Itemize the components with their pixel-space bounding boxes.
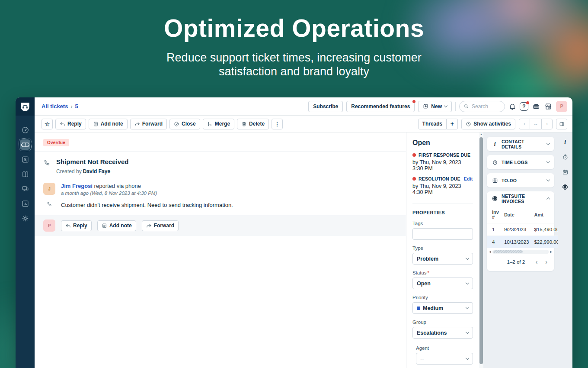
type-select[interactable]: Problem bbox=[412, 253, 473, 265]
chevron-up-icon bbox=[546, 197, 550, 201]
clock-icon bbox=[466, 121, 471, 127]
merge-icon bbox=[207, 121, 213, 127]
scroll-left-arrow[interactable]: ◄ bbox=[489, 250, 492, 253]
tags-input[interactable] bbox=[412, 228, 473, 240]
invoices-horizontal-scrollbar[interactable]: ◄ ► bbox=[489, 249, 553, 254]
properties-scrollbar[interactable]: ▲ bbox=[479, 132, 483, 368]
requester-name: David Faye bbox=[83, 168, 110, 174]
quick-forward-button[interactable]: Forward bbox=[142, 220, 179, 231]
help-icon[interactable]: ? bbox=[520, 102, 528, 111]
recommended-features-button[interactable]: Recommended features bbox=[346, 101, 415, 112]
hscroll-track[interactable] bbox=[492, 250, 549, 254]
subscribe-button[interactable]: Subscribe bbox=[308, 101, 343, 112]
add-thread-button[interactable]: + bbox=[447, 119, 458, 129]
invoices-next-button[interactable]: › bbox=[545, 258, 547, 265]
help-notification-dot bbox=[526, 101, 529, 104]
required-asterisk: * bbox=[428, 270, 429, 275]
chevron-down-icon bbox=[444, 104, 447, 107]
invoice-row-selected[interactable]: 4 10/13/2023 $22,990.00 bbox=[487, 236, 558, 249]
sidebar-item-admin[interactable] bbox=[20, 213, 30, 223]
scrollbar-thumb[interactable] bbox=[479, 137, 483, 364]
netsuite-strip-icon[interactable] bbox=[561, 184, 569, 190]
hero-section: Optimized Operations Reduce support tick… bbox=[0, 14, 588, 78]
message-timestamp: a month ago (Wed, 8 Nov 2023 at 4:30 PM) bbox=[61, 190, 157, 196]
more-actions-button[interactable]: ⋮ bbox=[272, 119, 283, 129]
phone-system-icon[interactable] bbox=[532, 102, 540, 111]
sidebar-item-contacts[interactable] bbox=[20, 154, 30, 165]
user-avatar[interactable]: P bbox=[556, 101, 567, 112]
reply-button[interactable]: Reply bbox=[55, 119, 86, 129]
trash-icon bbox=[241, 121, 247, 127]
phone-channel-icon bbox=[43, 159, 51, 174]
dashboard-icon bbox=[21, 126, 29, 134]
avatar: J bbox=[43, 183, 55, 195]
edit-resolution-link[interactable]: Edit bbox=[464, 176, 473, 181]
group-field: Group Escalations bbox=[412, 320, 473, 339]
forward-button[interactable]: Forward bbox=[130, 119, 167, 129]
sidebar-item-analytics[interactable] bbox=[20, 198, 30, 209]
search-box[interactable] bbox=[459, 101, 505, 112]
plus-icon: + bbox=[451, 120, 454, 127]
next-ticket-button[interactable]: › bbox=[541, 119, 553, 129]
calendar-icon bbox=[492, 178, 498, 184]
breadcrumb: All tickets › 5 bbox=[42, 103, 78, 110]
breadcrumb-all-tickets[interactable]: All tickets bbox=[42, 103, 68, 110]
note-icon bbox=[102, 223, 107, 229]
status-field: Status* Open bbox=[412, 270, 473, 289]
invoice-row[interactable]: 1 9/23/2023 $15,490.00 bbox=[487, 223, 558, 236]
threads-button[interactable]: Threads bbox=[418, 119, 447, 129]
new-button[interactable]: New bbox=[418, 101, 452, 112]
sidebar-item-forums[interactable] bbox=[20, 184, 30, 194]
author-link[interactable]: Jim Fregosi bbox=[61, 183, 93, 189]
conversation-empty-area bbox=[35, 236, 406, 368]
widget-icon-strip: i bbox=[558, 132, 572, 368]
properties-section-title: PROPERTIES bbox=[412, 203, 473, 215]
quick-add-note-button[interactable]: Add note bbox=[97, 220, 136, 231]
chevron-down-icon bbox=[466, 330, 469, 334]
scroll-up-arrow[interactable]: ▲ bbox=[479, 133, 483, 136]
time-logs-header[interactable]: TIME LOGS bbox=[487, 155, 554, 169]
sidebar-item-tickets[interactable] bbox=[20, 139, 30, 150]
search-input[interactable] bbox=[472, 103, 498, 110]
reply-icon bbox=[65, 223, 71, 229]
todo-header[interactable]: TO-DO bbox=[487, 173, 554, 187]
star-button[interactable]: ☆ bbox=[42, 119, 53, 129]
hscroll-thumb[interactable] bbox=[493, 250, 523, 253]
scroll-right-arrow[interactable]: ► bbox=[550, 250, 553, 253]
show-activities-button[interactable]: Show activities bbox=[461, 119, 515, 129]
contact-details-strip-icon[interactable]: i bbox=[561, 138, 569, 145]
app-header: All tickets › 5 Subscribe Recommended fe… bbox=[35, 97, 572, 116]
merge-button[interactable]: Merge bbox=[203, 119, 234, 129]
toolbar-right-actions: Threads + Show activities ‹ -- › bbox=[418, 119, 567, 129]
group-select[interactable]: Escalations bbox=[412, 327, 473, 339]
agent-select[interactable]: -- bbox=[416, 353, 473, 365]
status-select[interactable]: Open bbox=[412, 278, 473, 289]
sidebar-item-dashboard[interactable] bbox=[20, 125, 30, 135]
invoices-prev-button[interactable]: ‹ bbox=[536, 258, 538, 265]
priority-color-square bbox=[417, 307, 420, 310]
contact-details-header[interactable]: i CONTACT DETAILS bbox=[487, 137, 554, 151]
todo-strip-icon[interactable] bbox=[561, 168, 569, 175]
netsuite-invoices-header[interactable]: NETSUITE INVOICES bbox=[487, 191, 554, 206]
collapse-panel-button[interactable] bbox=[556, 119, 567, 129]
current-user-avatar: P bbox=[43, 220, 55, 232]
divider bbox=[455, 102, 456, 111]
delete-button[interactable]: Delete bbox=[237, 119, 269, 129]
add-note-button[interactable]: Add note bbox=[89, 119, 128, 129]
priority-select[interactable]: Medium bbox=[412, 302, 473, 314]
hero-title: Optimized Operations bbox=[0, 14, 588, 42]
message-text: Customer didn't receive shipment. Need t… bbox=[61, 201, 233, 208]
time-logs-strip-icon[interactable] bbox=[561, 153, 569, 160]
sidebar-item-solutions[interactable] bbox=[20, 169, 30, 179]
prev-ticket-button[interactable]: ‹ bbox=[519, 119, 530, 129]
helpdesk-app-window: All tickets › 5 Subscribe Recommended fe… bbox=[16, 97, 572, 368]
quick-reply-button[interactable]: Reply bbox=[61, 220, 92, 231]
note-icon bbox=[93, 121, 99, 127]
first-response-due: FIRST RESPONSE DUE by Thu, Nov 9, 2023 3… bbox=[412, 152, 473, 171]
marketplace-store-icon[interactable] bbox=[544, 102, 553, 111]
knowledge-base-icon bbox=[21, 170, 29, 178]
notifications-bell-icon[interactable] bbox=[508, 103, 516, 110]
freshdesk-logo[interactable] bbox=[16, 97, 35, 116]
close-ticket-button[interactable]: Close bbox=[169, 119, 200, 129]
ticket-content-row: Overdue Shipment Not Received Created by… bbox=[35, 132, 572, 368]
